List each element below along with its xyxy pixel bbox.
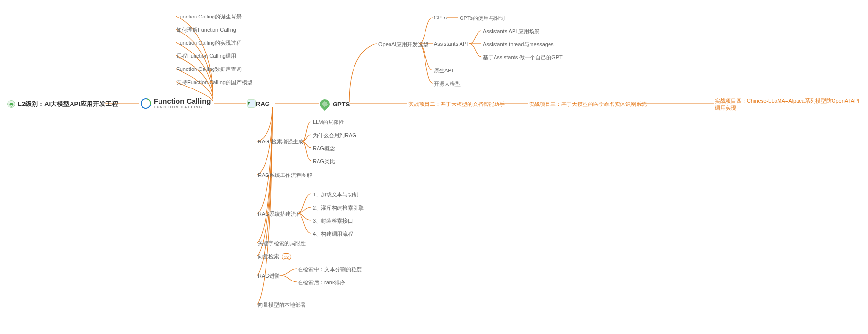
rag-g3-1[interactable]: 在检索后：rank排序 xyxy=(298,279,345,286)
fc-child-2[interactable]: Function Calling的实现过程 xyxy=(177,39,242,47)
rag-group3[interactable]: RAG进阶 xyxy=(258,272,280,280)
assist-2[interactable]: 基于Assistants 做一个自己的GPT xyxy=(483,54,563,61)
project-3[interactable]: 实战项目三：基于大模型的医学命名实体识别系统 xyxy=(529,101,647,108)
function-calling-node[interactable]: Function Calling FUNCTION CALLING xyxy=(140,97,211,109)
rag-keyword[interactable]: 关键字检索的局限性 xyxy=(258,240,306,247)
gpts-sub[interactable]: GPTs xyxy=(434,15,447,20)
project-2[interactable]: 实战项目二：基于大模型的文档智能助手 xyxy=(408,101,505,108)
rag-deploy[interactable]: 向量模型的本地部署 xyxy=(258,301,306,309)
rag-g2-3[interactable]: 4、构建调用流程 xyxy=(313,230,353,238)
rag-group1[interactable]: RAG-检索增强生成 xyxy=(258,138,303,145)
openai-node[interactable]: OpenAI应用开发选型 xyxy=(378,41,428,48)
rag-icon: r xyxy=(247,99,256,108)
fc-child-5[interactable]: 支持Function Calling的国产模型 xyxy=(177,79,252,86)
rag-g1-2[interactable]: RAG概念 xyxy=(313,145,335,152)
fc-child-0[interactable]: Function Calling的诞生背景 xyxy=(177,13,242,20)
fc-icon xyxy=(140,98,151,108)
fc-child-4[interactable]: Function Calling数据库查询 xyxy=(177,66,242,73)
assist-0[interactable]: Assistants API 应用场景 xyxy=(483,28,540,35)
rag-group2[interactable]: RAG系统搭建流程 xyxy=(258,211,301,218)
rag-node[interactable]: r RAG xyxy=(247,99,270,108)
assist-1[interactable]: Assistants thread与messages xyxy=(483,41,554,48)
rag-g2-1[interactable]: 2、灌库构建检索引擎 xyxy=(313,204,364,211)
rag-g3-0[interactable]: 在检索中：文本分割的粒度 xyxy=(298,266,362,273)
rag-label: RAG xyxy=(256,100,270,107)
rag-g1-1[interactable]: 为什么会用到RAG xyxy=(313,132,356,139)
root-label: L2级别：AI大模型API应用开发工程 xyxy=(18,100,118,108)
gpts-label: GPTS xyxy=(333,101,350,108)
project-4[interactable]: 实战项目四：Chinese-LLaMA=Alpaca系列模型防OpenAI AP… xyxy=(715,97,861,112)
fc-label: Function Calling xyxy=(154,97,211,105)
fc-child-3[interactable]: 远程Function Calling调用 xyxy=(177,53,236,60)
rag-vector[interactable]: 向量检索 12 xyxy=(258,253,291,260)
gpts-sub-child[interactable]: GPTs的使用与限制 xyxy=(460,15,505,22)
root-node[interactable]: ◓ L2级别：AI大模型API应用开发工程 xyxy=(7,100,118,108)
rag-g2-0[interactable]: 1、加载文本与切割 xyxy=(313,191,358,198)
opensource[interactable]: 开源大模型 xyxy=(434,80,461,88)
gpts-node[interactable]: GPTS xyxy=(320,99,350,109)
rag-g2-2[interactable]: 3、封装检索接口 xyxy=(313,217,353,225)
native-api[interactable]: 原生API xyxy=(434,67,453,74)
root-icon: ◓ xyxy=(7,100,15,108)
rag-g1-0[interactable]: LLM的局限性 xyxy=(313,119,344,126)
rag-flow[interactable]: RAG系统工作流程图解 xyxy=(258,172,312,179)
fc-sublabel: FUNCTION CALLING xyxy=(154,105,211,109)
fc-child-1[interactable]: 如何理解Function Calling xyxy=(177,26,236,34)
rag-g1-3[interactable]: RAG类比 xyxy=(313,158,335,165)
assistants-node[interactable]: Assistants API xyxy=(434,41,468,47)
vector-badge: 12 xyxy=(282,253,291,260)
gpts-icon xyxy=(318,97,332,111)
